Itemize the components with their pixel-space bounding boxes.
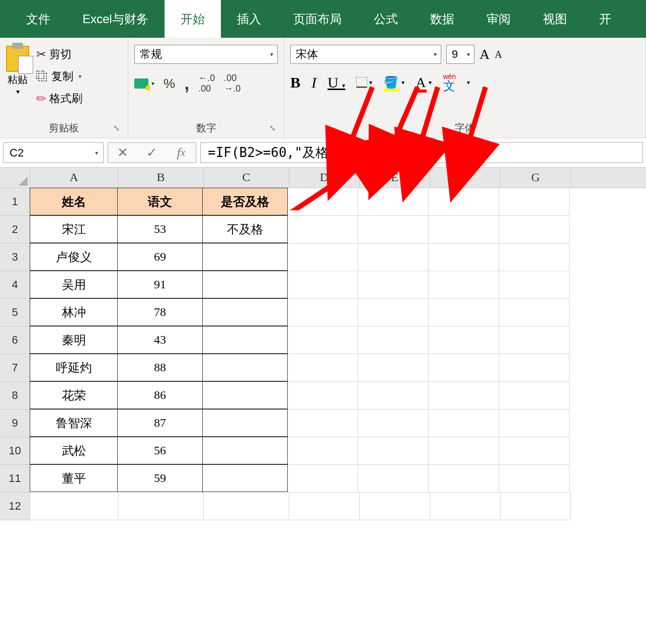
format-painter-button[interactable]: 格式刷: [33, 89, 86, 108]
cell-E3[interactable]: [358, 244, 429, 271]
col-header-A[interactable]: A: [30, 168, 118, 188]
tab-review[interactable]: 审阅: [470, 0, 527, 38]
italic-button[interactable]: I: [311, 74, 316, 91]
col-header-F[interactable]: F: [430, 168, 501, 188]
border-button[interactable]: ▾: [356, 77, 372, 88]
cell-F10[interactable]: [429, 437, 499, 465]
cell-C4[interactable]: [202, 271, 288, 298]
cell-F8[interactable]: [429, 382, 499, 410]
tab-view[interactable]: 视图: [527, 0, 583, 38]
formula-input[interactable]: =IF(B2>=60,"及格","不及格"): [200, 142, 643, 163]
cell-B11[interactable]: 59: [117, 464, 203, 492]
cell-E7[interactable]: [358, 354, 429, 382]
cell-B5[interactable]: 78: [117, 298, 203, 326]
cell-A3[interactable]: 卢俊义: [30, 243, 118, 271]
cell-E9[interactable]: [358, 410, 429, 437]
tab-home[interactable]: 开始: [165, 0, 221, 38]
tab-excel-finance[interactable]: Excel与财务: [66, 0, 165, 38]
cell-F12[interactable]: [430, 493, 501, 520]
increase-decimal-button[interactable]: ←.0.00: [198, 73, 215, 94]
cell-A2[interactable]: 宋江: [30, 215, 118, 243]
underline-button[interactable]: U ▾: [328, 74, 345, 91]
cell-C6[interactable]: [202, 326, 288, 354]
cell-A10[interactable]: 武松: [30, 437, 118, 464]
tab-formulas[interactable]: 公式: [358, 0, 414, 38]
cell-E4[interactable]: [358, 271, 429, 299]
col-header-G[interactable]: G: [501, 168, 571, 188]
increase-font-button[interactable]: A: [479, 46, 490, 62]
cell-E1[interactable]: [358, 188, 429, 216]
cell-D2[interactable]: [288, 216, 358, 244]
cell-G10[interactable]: [499, 437, 570, 465]
cell-E8[interactable]: [358, 382, 429, 410]
cell-D11[interactable]: [288, 465, 358, 493]
cell-C10[interactable]: [202, 437, 288, 464]
number-format-combo[interactable]: 常规▾: [134, 45, 278, 64]
copy-button[interactable]: 复制▾: [33, 67, 86, 86]
cell-D12[interactable]: [289, 493, 360, 520]
row-header-8[interactable]: 8: [0, 382, 30, 410]
row-header-9[interactable]: 9: [0, 410, 30, 437]
cell-G11[interactable]: [499, 465, 570, 493]
cell-G2[interactable]: [499, 216, 570, 244]
cell-D10[interactable]: [288, 437, 358, 465]
name-box[interactable]: C2▾: [3, 142, 104, 163]
row-header-11[interactable]: 11: [0, 465, 30, 493]
row-header-12[interactable]: 12: [0, 493, 30, 520]
cell-E6[interactable]: [358, 327, 429, 354]
cell-D8[interactable]: [288, 382, 358, 410]
enter-formula-button[interactable]: ✓: [137, 145, 167, 160]
cell-D1[interactable]: [288, 188, 358, 216]
cell-E10[interactable]: [358, 437, 429, 465]
cell-G12[interactable]: [501, 493, 571, 520]
cell-F5[interactable]: [429, 299, 499, 327]
cell-F1[interactable]: [429, 188, 499, 216]
cell-D7[interactable]: [288, 354, 358, 382]
cell-G7[interactable]: [499, 354, 570, 382]
cell-C5[interactable]: [202, 298, 288, 326]
cell-B10[interactable]: 56: [117, 437, 203, 464]
cell-G6[interactable]: [499, 327, 570, 354]
cell-G8[interactable]: [499, 382, 570, 410]
cell-B2[interactable]: 53: [117, 215, 203, 243]
cell-G5[interactable]: [499, 299, 570, 327]
paste-icon[interactable]: [6, 46, 29, 72]
row-header-4[interactable]: 4: [0, 271, 30, 299]
cell-A6[interactable]: 秦明: [30, 326, 118, 354]
cell-C1[interactable]: 是否及格: [202, 188, 288, 215]
cancel-formula-button[interactable]: ✕: [108, 145, 137, 160]
cell-D5[interactable]: [288, 299, 358, 327]
cell-E11[interactable]: [358, 465, 429, 493]
tab-insert[interactable]: 插入: [221, 0, 277, 38]
col-header-C[interactable]: C: [204, 168, 289, 188]
cell-B12[interactable]: [118, 493, 204, 520]
cell-A12[interactable]: [30, 493, 118, 520]
currency-button[interactable]: ▾: [134, 78, 154, 89]
row-header-3[interactable]: 3: [0, 244, 30, 271]
tab-file[interactable]: 文件: [10, 0, 66, 38]
tab-page-layout[interactable]: 页面布局: [277, 0, 358, 38]
cell-A1[interactable]: 姓名: [30, 188, 118, 215]
cell-G1[interactable]: [499, 188, 570, 216]
font-name-combo[interactable]: 宋体▾: [290, 45, 441, 64]
cell-D9[interactable]: [288, 410, 358, 437]
number-launcher-icon[interactable]: ⤡: [269, 123, 276, 133]
cell-A4[interactable]: 吴用: [30, 271, 118, 298]
cell-E12[interactable]: [360, 493, 430, 520]
cut-button[interactable]: 剪切: [33, 45, 86, 64]
row-header-1[interactable]: 1: [0, 188, 30, 216]
cell-D4[interactable]: [288, 271, 358, 299]
cell-B9[interactable]: 87: [117, 409, 203, 437]
row-header-10[interactable]: 10: [0, 437, 30, 465]
cell-C2[interactable]: 不及格: [202, 215, 288, 243]
row-header-5[interactable]: 5: [0, 299, 30, 327]
row-header-2[interactable]: 2: [0, 216, 30, 244]
cell-C8[interactable]: [202, 381, 288, 409]
cell-C11[interactable]: [202, 464, 288, 492]
row-header-7[interactable]: 7: [0, 354, 30, 382]
cell-D3[interactable]: [288, 244, 358, 271]
col-header-E[interactable]: E: [360, 168, 430, 188]
cell-F6[interactable]: [429, 327, 499, 354]
cell-B4[interactable]: 91: [117, 271, 203, 298]
cell-A9[interactable]: 鲁智深: [30, 409, 118, 437]
